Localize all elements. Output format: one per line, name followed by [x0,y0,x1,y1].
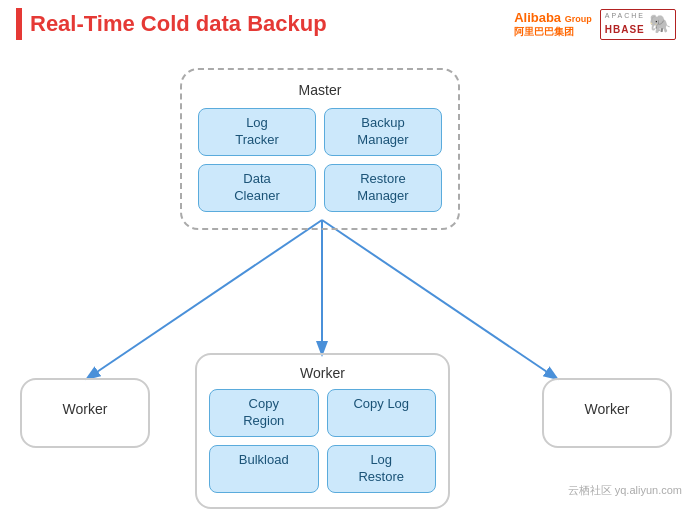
bulkload-box: Bulkload [209,445,319,493]
copy-log-text: Copy Log [353,396,409,411]
copy-region-text: CopyRegion [243,396,284,428]
worker-center-components: CopyRegion Copy Log Bulkload LogRestore [209,389,436,493]
title-bar [16,8,22,40]
master-components: LogTracker BackupManager DataCleaner Res… [198,108,442,212]
backup-manager-box: BackupManager [324,108,442,156]
worker-left-box: Worker [20,378,150,448]
log-restore-box: LogRestore [327,445,437,493]
worker-right-label: Worker [585,401,630,417]
worker-left-label: Worker [63,401,108,417]
hbase-logo: APACHE HBASE 🐘 [600,9,676,40]
log-restore-text: LogRestore [358,452,404,484]
page-title: Real-Time Cold data Backup [30,11,327,37]
worker-right-box: Worker [542,378,672,448]
data-cleaner-text: DataCleaner [234,171,280,203]
hbase-sub: APACHE [605,12,645,19]
worker-center-label: Worker [209,365,436,381]
bulkload-text: Bulkload [239,452,289,467]
log-tracker-text: LogTracker [235,115,279,147]
diagram: Master LogTracker BackupManager DataClea… [0,48,692,508]
master-box: Master LogTracker BackupManager DataClea… [180,68,460,230]
hbase-icon: 🐘 [649,13,671,35]
worker-center-box: Worker CopyRegion Copy Log Bulkload LogR… [195,353,450,509]
log-tracker-box: LogTracker [198,108,316,156]
hbase-text: HBASE [605,24,645,35]
copy-log-box: Copy Log [327,389,437,437]
restore-manager-box: RestoreManager [324,164,442,212]
backup-manager-text: BackupManager [357,115,408,147]
alibaba-logo: Alibaba Group 阿里巴巴集团 [514,10,592,38]
data-cleaner-box: DataCleaner [198,164,316,212]
watermark: 云栖社区 yq.aliyun.com [568,483,682,498]
header: Real-Time Cold data Backup Alibaba Group… [0,0,692,44]
master-label: Master [198,82,442,98]
alibaba-chinese: 阿里巴巴集团 [514,26,592,38]
restore-manager-text: RestoreManager [357,171,408,203]
logos: Alibaba Group 阿里巴巴集团 APACHE HBASE 🐘 [514,9,676,40]
copy-region-box: CopyRegion [209,389,319,437]
alibaba-text: Alibaba Group [514,10,592,25]
